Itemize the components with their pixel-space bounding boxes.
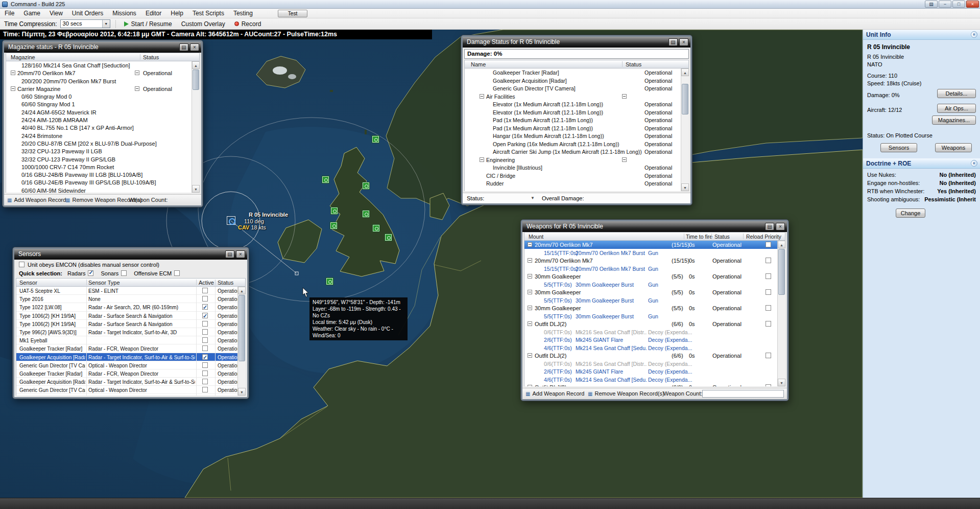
magazine-column-header[interactable]: Magazine Status bbox=[6, 53, 200, 61]
weapon-row[interactable]: 0/6(TTF:0s) Mk216 Sea Gnat Chaff [Distr.… bbox=[524, 360, 777, 368]
damage-component-row[interactable]: Aircraft Carrier Ski Jump (1x Medium Air… bbox=[465, 148, 681, 156]
sensor-row[interactable]: Generic Gun Director [TV Camera] Optical… bbox=[16, 361, 237, 369]
scroll-down-icon[interactable]: ▼ bbox=[778, 379, 785, 386]
scroll-down-icon[interactable]: ▼ bbox=[681, 183, 689, 191]
damage-component-row[interactable]: Air Facilities bbox=[465, 92, 681, 101]
weapon-row[interactable]: 2/6(TTF:0s) Mk245 GIANT Flare Decoy (Exp… bbox=[524, 367, 777, 376]
magazine-row[interactable]: 24/24 Brimstone bbox=[6, 132, 200, 140]
unit-info-header[interactable]: Unit Info » bbox=[863, 30, 980, 40]
sensor-active-checkbox[interactable] bbox=[202, 296, 208, 302]
scroll-up-icon[interactable]: ▲ bbox=[238, 287, 246, 294]
column-status[interactable]: Status bbox=[143, 54, 159, 60]
airbase-marker[interactable] bbox=[385, 234, 392, 241]
sensor-active-checkbox[interactable] bbox=[202, 313, 208, 318]
weapon-row[interactable]: 4/6(TTF:0s) Mk214 Sea Gnat Chaff [Sedu..… bbox=[524, 344, 777, 352]
start-resume-button[interactable]: Start / Resume bbox=[121, 20, 175, 28]
sensor-active-checkbox[interactable] bbox=[202, 387, 208, 392]
expander-icon[interactable] bbox=[135, 71, 139, 75]
weapon-row[interactable]: 2/6(TTF:0s) Mk245 GIANT Flare Decoy (Exp… bbox=[524, 336, 777, 344]
add-weapon-record-button[interactable]: ▦Add Weapon Record bbox=[7, 197, 66, 203]
expander-icon[interactable] bbox=[528, 306, 532, 310]
emcon-option[interactable]: Unit obeys EMCON (disables manual sensor… bbox=[16, 260, 246, 269]
airbase-marker[interactable] bbox=[330, 222, 337, 229]
menu-item[interactable]: Test Scripts bbox=[188, 10, 229, 17]
column-sensor[interactable]: Sensor bbox=[19, 280, 37, 286]
dropdown-caret-icon[interactable]: ▼ bbox=[102, 20, 110, 28]
scroll-thumb[interactable] bbox=[682, 84, 688, 114]
close-icon[interactable]: × bbox=[679, 38, 688, 46]
menu-item[interactable]: View bbox=[45, 10, 67, 17]
scrollbar[interactable]: ▲ ▼ bbox=[777, 241, 785, 386]
sensor-row[interactable]: Type 1022 [LW.08] Radar - Air Search, 2D… bbox=[16, 303, 237, 311]
dropdown-caret-icon[interactable]: ▼ bbox=[531, 196, 535, 200]
sensor-active-checkbox[interactable] bbox=[202, 345, 208, 351]
magazine-row[interactable]: Carrier Magazine Operational bbox=[6, 85, 200, 92]
magazine-row[interactable]: 24/24 AIM-120B AMRAAM bbox=[6, 116, 200, 124]
menu-item[interactable]: Editor bbox=[141, 10, 166, 17]
custom-overlay-button[interactable]: Custom Overlay bbox=[178, 20, 228, 28]
magazine-row[interactable]: 0/16 GBU-24B/B Paveway III LGB [BLU-109A… bbox=[6, 171, 200, 178]
expander-icon[interactable] bbox=[622, 157, 627, 162]
details-button[interactable]: Details... bbox=[937, 89, 976, 98]
scroll-thumb[interactable] bbox=[193, 70, 199, 90]
reload-priority-checkbox[interactable] bbox=[766, 384, 771, 386]
damage-component-row[interactable]: Invincible [Illustrious] Operational bbox=[465, 164, 681, 172]
weapon-row[interactable]: 20mm/70 Oerlikon Mk7 (15/15) 0s Operatio… bbox=[524, 257, 777, 265]
window-menu-icon[interactable]: ▤ bbox=[179, 43, 188, 51]
quick-option-checkbox[interactable] bbox=[174, 270, 180, 276]
damage-component-row[interactable]: Open Parking (16x Medium Aircraft (12.1-… bbox=[465, 140, 681, 148]
column-status[interactable]: Status bbox=[626, 61, 641, 67]
reload-priority-checkbox[interactable] bbox=[766, 242, 771, 247]
weapon-row[interactable]: 30mm Goalkeeper (5/5) 0s Operational bbox=[524, 272, 777, 281]
sensor-row[interactable]: Mk1 Eyeball Operational bbox=[16, 336, 237, 344]
menu-item[interactable]: Unit Orders bbox=[67, 10, 108, 17]
scroll-down-icon[interactable]: ▼ bbox=[238, 388, 246, 396]
sensor-active-checkbox[interactable] bbox=[202, 321, 208, 327]
scroll-up-icon[interactable]: ▲ bbox=[778, 241, 785, 248]
sensor-row[interactable]: Goalkeeper Tracker [Radar] Radar - FCR, … bbox=[16, 344, 237, 353]
expander-icon[interactable] bbox=[11, 71, 15, 75]
airbase-marker[interactable] bbox=[331, 207, 338, 214]
airbase-marker[interactable] bbox=[326, 278, 333, 285]
time-compression-dropdown[interactable]: 30 secs ▼ bbox=[60, 19, 110, 28]
sensor-row[interactable]: Goalkeeper Acquisition [Radar] Radar - T… bbox=[16, 353, 237, 361]
damage-column-header[interactable]: Name Status bbox=[464, 60, 689, 68]
quick-selection-option[interactable]: Sonars bbox=[101, 270, 127, 276]
minimize-icon[interactable]: − bbox=[939, 1, 951, 8]
close-icon[interactable]: × bbox=[190, 43, 199, 51]
window-menu-icon[interactable]: ▤ bbox=[765, 223, 774, 230]
weapon-count-field[interactable] bbox=[702, 390, 784, 398]
magazine-row[interactable]: 128/160 Mk214 Sea Gnat Chaff [Seduction] bbox=[6, 61, 200, 69]
collapse-chevron-icon[interactable]: » bbox=[971, 160, 977, 167]
damage-component-row[interactable]: Hangar (16x Medium Aircraft (12.1-18m Lo… bbox=[465, 132, 681, 140]
expander-icon[interactable] bbox=[480, 94, 484, 99]
weapon-row[interactable]: 5/5(TTF:0s) 30mm Goalkeeper Burst Gun bbox=[524, 281, 777, 289]
quick-option-checkbox[interactable] bbox=[121, 270, 127, 276]
sensor-active-checkbox[interactable] bbox=[202, 354, 208, 360]
weapon-row[interactable]: 0/6(TTF:0s) Mk216 Sea Gnat Chaff [Distr.… bbox=[524, 328, 777, 336]
sensor-row[interactable]: Type 996(2) [AWS.9(3D)] Radar - Target I… bbox=[16, 328, 237, 336]
magazine-row[interactable]: 24/24 AGM-65G2 Maverick IR bbox=[6, 108, 200, 116]
close-icon[interactable]: × bbox=[776, 223, 785, 230]
magazine-row[interactable]: 20mm/70 Oerlikon Mk7 Operational bbox=[6, 69, 200, 77]
damage-component-row[interactable]: Rudder Operational bbox=[465, 179, 681, 188]
sensor-row[interactable]: Goalkeeper Tracker [Radar] Radar - FCR, … bbox=[16, 369, 237, 378]
expander-icon[interactable] bbox=[528, 274, 532, 279]
sensor-active-checkbox[interactable] bbox=[202, 288, 208, 293]
expander-icon[interactable] bbox=[528, 353, 532, 358]
weapon-row[interactable]: Outfit DLJ(2) (6/6) 0s Operational bbox=[524, 352, 777, 360]
titlebar-extra-icon[interactable]: ▤ bbox=[925, 1, 938, 8]
airbase-marker[interactable] bbox=[363, 211, 369, 217]
scroll-thumb[interactable] bbox=[238, 295, 245, 361]
weapon-row[interactable]: 15/15(TTF:0s) 20mm/70 Oerlikon Mk7 Burst… bbox=[524, 265, 777, 273]
column-name[interactable]: Name bbox=[471, 61, 486, 67]
damage-component-row[interactable]: Engineering bbox=[465, 156, 681, 164]
add-weapon-record-button[interactable]: ▦Add Weapon Record bbox=[525, 390, 584, 397]
magazine-row[interactable]: 1000/1000 CRV-7 C14 70mm Rocket bbox=[6, 163, 200, 171]
sensor-row[interactable]: Generic Gun Director [TV Camera] Optical… bbox=[16, 386, 237, 394]
emcon-checkbox[interactable] bbox=[19, 262, 25, 267]
magazine-row[interactable]: 40/40 BL.755 No.1 CB [147 x GP Anti-Armo… bbox=[6, 124, 200, 131]
column-sensor-type[interactable]: Sensor Type bbox=[88, 280, 120, 286]
airbase-marker[interactable] bbox=[373, 225, 379, 232]
weapon-row[interactable]: 5/5(TTF:0s) 30mm Goalkeeper Burst Gun bbox=[524, 296, 777, 305]
